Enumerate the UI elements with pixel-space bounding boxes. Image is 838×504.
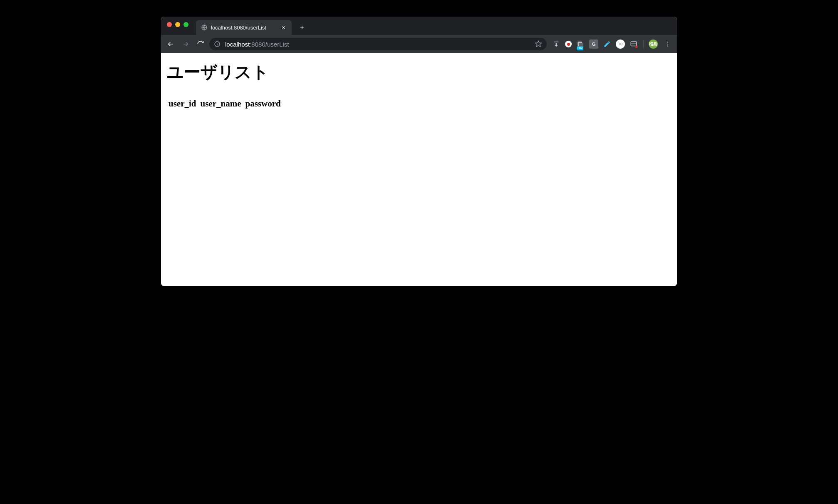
url-path: :8080/userList bbox=[250, 41, 289, 48]
extension-tc-icon[interactable]: TC bbox=[616, 40, 625, 49]
pencil-icon[interactable] bbox=[602, 40, 612, 49]
record-icon[interactable] bbox=[565, 41, 572, 47]
col-password: password bbox=[245, 99, 283, 109]
svg-rect-4 bbox=[631, 42, 637, 46]
page-viewport: ユーザリスト user_id user_name password bbox=[161, 53, 677, 286]
forward-button[interactable] bbox=[179, 38, 192, 50]
profile-avatar[interactable]: 増島 bbox=[649, 40, 658, 49]
svg-point-5 bbox=[667, 42, 668, 42]
site-info-icon[interactable] bbox=[213, 40, 221, 48]
tab-active[interactable]: localhost:8080/userList bbox=[196, 20, 292, 35]
translate-on-badge: ON bbox=[577, 46, 583, 50]
bookmark-star-icon[interactable] bbox=[534, 40, 543, 48]
globe-icon bbox=[201, 24, 208, 31]
table-header-row: user_id user_name password bbox=[169, 99, 283, 109]
tab-close-button[interactable] bbox=[280, 24, 287, 31]
page-heading: ユーザリスト bbox=[167, 61, 671, 84]
download-icon[interactable] bbox=[552, 40, 561, 49]
devtools-icon[interactable] bbox=[629, 40, 638, 49]
extension-icons: ON G TC 増島 bbox=[549, 38, 674, 50]
browser-menu-button[interactable] bbox=[662, 38, 674, 50]
svg-point-6 bbox=[667, 44, 668, 44]
extension-g-icon[interactable]: G bbox=[589, 40, 598, 49]
new-tab-button[interactable] bbox=[296, 21, 308, 34]
toolbar-divider bbox=[643, 40, 644, 48]
tab-strip: localhost:8080/userList bbox=[161, 17, 677, 35]
toolbar: localhost:8080/userList ON G TC bbox=[161, 35, 677, 53]
reload-button[interactable] bbox=[194, 38, 207, 50]
window-minimize-button[interactable] bbox=[175, 22, 180, 27]
back-button[interactable] bbox=[164, 38, 177, 50]
tab-title: localhost:8080/userList bbox=[211, 25, 277, 31]
svg-point-7 bbox=[667, 46, 668, 47]
address-bar[interactable]: localhost:8080/userList bbox=[209, 38, 547, 50]
window-controls bbox=[167, 17, 196, 35]
window-close-button[interactable] bbox=[167, 22, 172, 27]
window-maximize-button[interactable] bbox=[183, 22, 188, 27]
col-user-name: user_name bbox=[201, 99, 244, 109]
translate-icon[interactable]: ON bbox=[576, 40, 585, 49]
col-user-id: user_id bbox=[169, 99, 199, 109]
browser-window: localhost:8080/userList bbox=[161, 17, 677, 286]
user-table: user_id user_name password bbox=[167, 99, 285, 109]
url-host: localhost bbox=[225, 41, 250, 48]
url-text: localhost:8080/userList bbox=[225, 41, 530, 48]
